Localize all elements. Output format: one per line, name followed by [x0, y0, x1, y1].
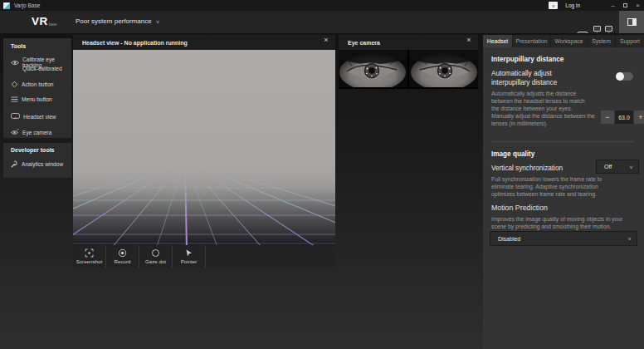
toolbar-button-label: Gaze dot	[145, 258, 166, 264]
headset-view-header: Headset view - No application running ×	[73, 35, 335, 50]
minimize-button[interactable]: –	[607, 0, 619, 11]
diamond-icon	[11, 81, 18, 88]
titlebar: Varjo Base ∨ Log in – ×	[0, 0, 644, 11]
wrench-icon	[11, 160, 18, 168]
ipd-section-title: Interpupillary distance	[491, 56, 564, 63]
ipd-value: 63.0	[615, 111, 633, 124]
pointer-cursor-icon	[184, 248, 193, 258]
close-eye-camera-button[interactable]: ×	[464, 36, 474, 44]
close-icon: ×	[636, 2, 640, 9]
sidebar-item-menu-button[interactable]: Menu button	[11, 96, 52, 102]
left-eye-feed	[339, 50, 407, 87]
image-quality-section-title: Image quality	[491, 150, 534, 158]
vr-logo-sub: base	[49, 22, 57, 27]
vr-logo: VRbase	[32, 15, 57, 27]
ipd-decrease-button[interactable]: −	[601, 111, 614, 124]
gaze-dot-icon	[151, 248, 160, 258]
side-panel-toggle-button[interactable]	[619, 11, 644, 33]
eye-camera-panel: Eye camera ×	[339, 35, 478, 89]
auto-ipd-description: Automatically adjusts the distance betwe…	[491, 90, 593, 113]
tab-headset[interactable]: Headset	[483, 35, 513, 47]
screenshot-button[interactable]: Screenshot	[73, 245, 106, 268]
toolbar-button-label: Pointer	[181, 258, 198, 264]
tools-title: Tools	[11, 43, 26, 49]
toolbar-button-label: Record	[115, 258, 131, 264]
headset-view-icon	[11, 113, 20, 120]
eye-camera-header: Eye camera ×	[339, 35, 478, 50]
motion-prediction-description: Improves the image quality of moving obj…	[491, 215, 637, 230]
vsync-dropdown[interactable]: Off ∨	[596, 160, 639, 174]
ipd-increase-button[interactable]: +	[634, 111, 644, 124]
settings-tabs: Headset Presentation Workspace System Su…	[483, 35, 644, 47]
vsync-value: Off	[604, 164, 629, 170]
tab-support[interactable]: Support	[616, 35, 644, 47]
settings-panel: Headset Presentation Workspace System Su…	[483, 35, 644, 349]
sidebar-item-label: Menu button	[22, 96, 52, 102]
toggle-knob	[616, 72, 624, 81]
eye-camera-title: Eye camera	[348, 40, 380, 46]
titlebar-dropdown-button[interactable]: ∨	[549, 2, 558, 9]
sidebar-item-label: Headset view	[23, 114, 56, 120]
eye-icon	[11, 60, 19, 66]
sidebar-panel-icon	[627, 18, 637, 26]
monitor-icon	[593, 26, 601, 32]
app-icon	[3, 2, 10, 9]
3d-grid-scene	[73, 50, 335, 245]
headset-view-toolbar: Screenshot Record Gaze dot	[73, 245, 335, 268]
ipd-stepper: − 63.0 +	[601, 111, 644, 124]
sidebar-item-label: Eye camera	[22, 130, 51, 135]
motion-prediction-dropdown[interactable]: Disabled ∨	[490, 231, 637, 246]
chevron-down-icon: ∨	[629, 164, 633, 169]
chevron-down-icon: ∨	[552, 3, 555, 8]
hamburger-menu-icon	[11, 96, 18, 102]
headset-viewport[interactable]	[73, 50, 335, 245]
pointer-button[interactable]: Pointer	[173, 245, 206, 268]
auto-ipd-toggle[interactable]	[616, 72, 633, 81]
toolbar-button-label: Screenshot	[76, 258, 102, 264]
sidebar-item-label: Action button	[22, 81, 54, 87]
monitor-icon	[605, 26, 612, 32]
maximize-button[interactable]	[619, 0, 632, 11]
auto-ipd-label: Automatically adjust interpupillary dist…	[491, 69, 584, 87]
right-eye-feed	[409, 50, 478, 87]
sidebar-item-eye-camera[interactable]: Eye camera	[11, 129, 51, 135]
system-status-dropdown[interactable]: Poor system performance ∨	[76, 17, 160, 25]
record-icon	[118, 248, 127, 258]
header: VRbase Poor system performance ∨ 1 2	[0, 11, 644, 33]
motion-prediction-title: Motion Prediction	[491, 204, 548, 214]
calibration-status: Quick-calibrated	[22, 66, 62, 71]
developer-tools-title: Developer tools	[11, 147, 55, 153]
record-button[interactable]: Record	[106, 245, 139, 268]
gaze-dot-button[interactable]: Gaze dot	[139, 245, 173, 268]
minimize-icon: –	[611, 2, 614, 9]
motion-prediction-value: Disabled	[498, 236, 627, 242]
login-button[interactable]: Log in	[565, 2, 580, 8]
sidebar-item-headset-view[interactable]: Headset view	[11, 113, 56, 120]
content-area: Tools Calibrate eye tracking Quick-calib…	[0, 33, 644, 349]
maximize-icon	[623, 3, 627, 7]
tab-presentation[interactable]: Presentation	[513, 35, 551, 47]
screenshot-icon	[85, 248, 94, 258]
close-icon: ×	[466, 36, 471, 44]
developer-tools-panel: Developer tools Analytics window	[3, 143, 71, 178]
section-divider	[491, 141, 634, 142]
varjo-base-window: Varjo Base ∨ Log in – × VRbase Poor syst…	[0, 0, 644, 349]
sidebar-item-analytics-window[interactable]: Analytics window	[11, 160, 63, 168]
headset-view-title: Headset view - No application running	[82, 40, 188, 46]
tab-workspace[interactable]: Workspace	[551, 35, 588, 47]
close-icon: ×	[324, 36, 328, 44]
close-button[interactable]: ×	[632, 0, 644, 11]
chevron-down-icon: ∨	[156, 18, 160, 23]
eye-camera-icon	[11, 129, 19, 135]
sidebar-item-label: Analytics window	[22, 161, 63, 167]
status-label: Poor system performance	[76, 17, 152, 25]
headset-view-panel: Headset view - No application running ×	[73, 35, 335, 268]
tab-system[interactable]: System	[588, 35, 616, 47]
chevron-down-icon: ∨	[627, 236, 632, 241]
close-headset-view-button[interactable]: ×	[321, 36, 331, 44]
manual-ipd-description: Manually adjust the distance between the…	[491, 112, 598, 127]
tools-panel: Tools Calibrate eye tracking Quick-calib…	[3, 38, 71, 138]
sidebar-item-action-button[interactable]: Action button	[11, 81, 54, 88]
vsync-label: Vertical synchronization	[491, 164, 563, 173]
eye-camera-feeds	[339, 50, 478, 87]
